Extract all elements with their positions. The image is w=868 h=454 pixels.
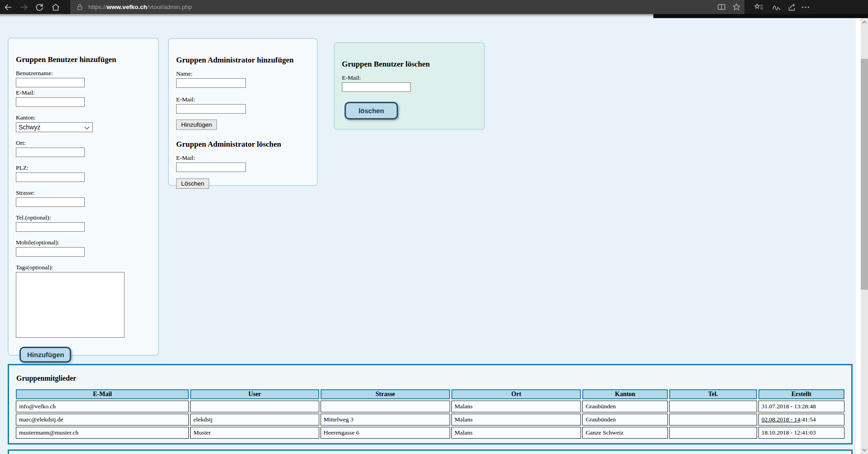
form-title: Gruppen Administrator löschen xyxy=(176,140,310,149)
page-content: Gruppen Benutzer hinzufügen Benutzername… xyxy=(0,14,856,454)
mobile-input[interactable] xyxy=(16,247,85,257)
kanton-selected-value: Schwyz xyxy=(19,124,40,131)
mobile-label: Mobile(optional): xyxy=(16,239,151,246)
refresh-icon[interactable] xyxy=(35,3,44,12)
address-bar[interactable]: https://www.vefko.ch/vtool/admin.php xyxy=(70,0,744,14)
admin-delete-email-label: E-Mail: xyxy=(176,154,310,162)
add-admin-button[interactable]: Hinzufügen xyxy=(176,119,217,130)
admin-name-input[interactable] xyxy=(176,78,246,88)
table-header-row: E-Mail User Strasse Ort Kanton Tel. Erst… xyxy=(16,389,844,399)
cell-email: info@vefko.ch xyxy=(16,401,189,412)
benutzername-label: Benutzername: xyxy=(16,70,151,77)
delete-user-email-input[interactable] xyxy=(342,82,411,92)
strasse-label: Strasse: xyxy=(16,189,151,196)
forward-icon[interactable] xyxy=(19,3,29,12)
scroll-up-icon[interactable] xyxy=(861,20,868,24)
cell-tel xyxy=(669,414,757,425)
tel-input[interactable] xyxy=(16,222,85,232)
column-header-user: User xyxy=(190,389,319,399)
section-gruppenadministratoren: Gruppenadministratoren xyxy=(8,449,853,454)
tags-textarea[interactable] xyxy=(16,272,125,338)
share-icon[interactable] xyxy=(787,3,796,12)
tel-label: Tel.(optional): xyxy=(16,214,151,221)
column-header-ort: Ort xyxy=(451,389,581,399)
form-delete-group-user: Gruppen Benutzer löschen E-Mail: löschen xyxy=(334,42,485,130)
cell-kanton: Ganze Schweiz xyxy=(582,427,667,439)
delete-admin-button[interactable]: Löschen xyxy=(176,178,209,189)
url-path: /vtool/admin.php xyxy=(147,4,192,10)
cell-ort: Malans xyxy=(451,401,581,412)
hub-favorites-icon[interactable] xyxy=(754,3,763,12)
favorite-star-icon[interactable] xyxy=(732,3,741,11)
column-header-tel: Tel. xyxy=(669,389,757,399)
cell-tel xyxy=(669,401,757,412)
toolbar-shadow xyxy=(0,14,653,17)
lock-icon xyxy=(76,3,84,11)
section-gruppenmitglieder: Gruppenmitglieder E-Mail User Strasse Or… xyxy=(8,364,853,444)
delete-user-email-label: E-Mail: xyxy=(342,74,477,81)
cell-strasse xyxy=(321,401,450,412)
cell-kanton: Graubünden xyxy=(582,401,667,412)
scrollbar-thumb[interactable] xyxy=(861,59,868,290)
cell-user xyxy=(190,401,319,412)
email-input[interactable] xyxy=(16,97,85,107)
column-header-strasse: Strasse xyxy=(321,389,450,399)
toolbar-extension-strip xyxy=(653,14,868,18)
cell-user: elekdstj xyxy=(190,414,319,425)
delete-user-button[interactable]: löschen xyxy=(345,102,398,119)
cell-user: Muster xyxy=(190,427,319,439)
form-add-group-user: Gruppen Benutzer hinzufügen Benutzername… xyxy=(8,38,159,356)
cell-email: marc@elekdstj.de xyxy=(16,414,189,425)
ort-input[interactable] xyxy=(16,148,85,157)
url-domain: www.vefko.ch xyxy=(107,4,148,10)
cell-ort: Malans xyxy=(451,414,581,425)
ort-label: Ort: xyxy=(16,139,151,147)
admin-name-label: Name: xyxy=(176,70,310,77)
reading-view-icon[interactable] xyxy=(717,3,726,11)
cell-tel xyxy=(669,427,757,439)
column-header-erstellt: Erstellt xyxy=(758,389,844,399)
tags-label: Tags(optional): xyxy=(16,264,151,271)
cell-kanton: Graubünden xyxy=(582,414,667,425)
kanton-label: Kanton: xyxy=(16,114,151,121)
cell-erstellt: 18.10.2018 - 12:41:03 xyxy=(758,427,844,439)
kanton-select[interactable]: Schwyz xyxy=(16,122,93,132)
table-row: marc@elekdstj.de elekdstj Mittelweg 3 Ma… xyxy=(16,414,844,425)
admin-email-input[interactable] xyxy=(176,104,246,114)
admin-delete-email-input[interactable] xyxy=(176,162,246,172)
cell-ort: Malans xyxy=(451,427,581,439)
page-scrollbar[interactable] xyxy=(861,18,868,454)
cell-erstellt: 02.08.2018 - 14:41:54 xyxy=(758,414,844,425)
cell-erstellt: 31.07.2018 - 13:28:48 xyxy=(758,401,844,412)
plz-label: PLZ: xyxy=(16,164,151,172)
url-text[interactable]: https://www.vefko.ch/vtool/admin.php xyxy=(88,4,192,10)
more-ellipsis-icon[interactable] xyxy=(801,3,810,12)
form-title: Gruppen Benutzer löschen xyxy=(342,60,477,69)
web-note-pen-icon[interactable] xyxy=(772,3,781,12)
table-row: mustermann@muster.ch Muster Heerengasse … xyxy=(16,427,844,439)
benutzername-input[interactable] xyxy=(16,78,85,87)
form-title: Gruppen Administrator hinzufügen xyxy=(176,56,310,65)
email-label: E-Mail: xyxy=(16,89,151,96)
chevron-down-icon xyxy=(84,126,90,130)
url-scheme: https:// xyxy=(88,4,107,10)
admin-email-label: E-Mail: xyxy=(176,96,310,103)
plz-input[interactable] xyxy=(16,172,85,182)
browser-toolbar: https://www.vefko.ch/vtool/admin.php xyxy=(0,0,868,14)
back-icon[interactable] xyxy=(4,3,13,12)
form-group-administrator: Gruppen Administrator hinzufügen Name: E… xyxy=(168,38,318,186)
scroll-down-icon[interactable] xyxy=(861,448,868,452)
members-table: E-Mail User Strasse Ort Kanton Tel. Erst… xyxy=(14,388,846,440)
tel-strasse-input[interactable] xyxy=(16,197,85,207)
table-row: info@vefko.ch Malans Graubünden 31.07.20… xyxy=(16,401,844,412)
column-header-kanton: Kanton xyxy=(582,389,667,399)
column-header-email: E-Mail xyxy=(16,389,189,399)
cell-strasse: Mittelweg 3 xyxy=(321,414,450,425)
form-title: Gruppen Benutzer hinzufügen xyxy=(16,55,151,64)
cell-email: mustermann@muster.ch xyxy=(16,427,189,439)
members-section-title: Gruppenmitglieder xyxy=(16,374,846,382)
cell-strasse: Heerengasse 6 xyxy=(321,427,450,439)
add-user-button[interactable]: Hinzufügen xyxy=(19,347,71,363)
home-icon[interactable] xyxy=(51,3,60,12)
